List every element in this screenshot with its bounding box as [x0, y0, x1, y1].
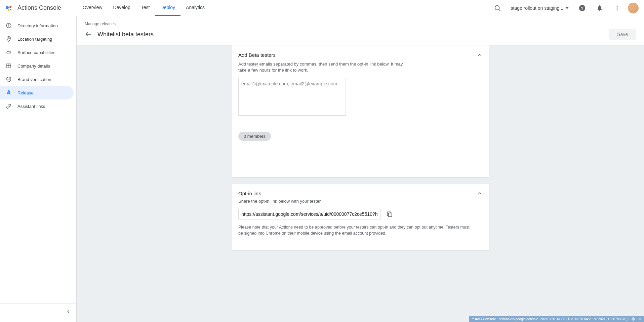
collapse-card-button[interactable]: [477, 191, 482, 196]
svg-point-9: [9, 25, 9, 25]
tab-analytics[interactable]: Analytics: [180, 0, 210, 16]
notifications-icon[interactable]: [593, 1, 606, 15]
topbar-right: stage rollout on staging 1 ?: [491, 1, 639, 15]
sidebar-item-label: Brand verification: [17, 77, 51, 82]
sidebar-item-release[interactable]: Release: [0, 86, 74, 99]
top-navigation: Overview Develop Test Deploy Analytics: [77, 0, 210, 16]
topbar: Actions Console Overview Develop Test De…: [0, 0, 644, 16]
location-icon: [5, 36, 12, 42]
arrow-left-icon: [85, 31, 92, 38]
svg-point-6: [616, 9, 617, 10]
app-logo[interactable]: Actions Console: [5, 4, 61, 12]
project-selector[interactable]: stage rollout on staging 1: [508, 5, 571, 11]
members-chip[interactable]: 0 members: [238, 132, 271, 141]
close-icon[interactable]: [638, 317, 641, 321]
shield-icon: [5, 76, 12, 83]
card-opt-in-link: Opt-in link Share the opt-in link below …: [232, 184, 489, 250]
chevron-up-icon: [477, 191, 482, 196]
svg-point-15: [8, 92, 9, 92]
sidebar-item-label: Release: [17, 90, 34, 95]
breadcrumb: Manage releases: [85, 22, 636, 26]
sidebar-item-label: Company details: [17, 64, 50, 69]
sidebar-item-company-details[interactable]: Company details: [0, 59, 74, 73]
sidebar-item-surface-capabilities[interactable]: Surface capabilities: [0, 46, 74, 59]
help-icon[interactable]: ?: [575, 1, 589, 15]
sidebar-item-label: Assistant links: [17, 104, 45, 109]
svg-rect-17: [389, 213, 392, 216]
svg-point-0: [495, 5, 499, 10]
svg-rect-12: [7, 64, 11, 68]
svg-point-10: [8, 38, 9, 39]
sidebar-item-brand-verification[interactable]: Brand verification: [0, 73, 74, 86]
project-name: stage rollout on staging 1: [511, 5, 563, 11]
more-icon[interactable]: [610, 1, 624, 15]
link-icon: [5, 103, 12, 110]
assistant-icon: [5, 4, 13, 12]
search-icon[interactable]: [491, 1, 504, 15]
opt-in-note: Please note that your Actions need to be…: [238, 224, 474, 237]
card-add-beta-testers: Add Beta testers Add tester emails separ…: [232, 45, 489, 177]
check-icon: [631, 317, 635, 321]
page-title: Whitelist beta testers: [97, 31, 154, 38]
sidebar-item-label: Surface capabilities: [17, 50, 55, 55]
card-title: Opt-in link: [238, 191, 261, 196]
avatar[interactable]: [628, 3, 639, 13]
save-button[interactable]: Save: [609, 29, 636, 40]
info-icon: [5, 22, 12, 29]
copy-icon: [386, 211, 393, 217]
back-button[interactable]: [85, 31, 92, 38]
card-description: Add tester emails separated by commas, t…: [238, 61, 406, 73]
tester-emails-input[interactable]: [238, 78, 346, 116]
sidebar-item-label: Location targeting: [17, 37, 52, 42]
tab-deploy[interactable]: Deploy: [155, 0, 181, 16]
rocket-icon: [5, 89, 12, 96]
chevron-up-icon: [477, 52, 482, 58]
app-title: Actions Console: [17, 4, 61, 11]
tab-overview[interactable]: Overview: [77, 0, 108, 16]
sidebar-collapse: [0, 304, 76, 319]
content-area: Add Beta testers Add tester emails separ…: [77, 45, 644, 322]
card-title: Add Beta testers: [238, 52, 276, 58]
svg-rect-11: [7, 52, 11, 53]
collapse-card-button[interactable]: [477, 52, 482, 58]
surface-icon: [5, 49, 12, 56]
svg-line-1: [499, 9, 500, 11]
tab-test[interactable]: Test: [136, 0, 155, 16]
company-icon: [5, 63, 12, 69]
copy-button[interactable]: [386, 211, 393, 217]
subheader: Manage releases Whitelist beta testers S…: [77, 16, 644, 45]
sidebar-item-directory-information[interactable]: Directory information: [0, 19, 74, 32]
tab-develop[interactable]: Develop: [108, 0, 135, 16]
sidebar-item-label: Directory information: [17, 23, 58, 28]
sidebar-item-location-targeting[interactable]: Location targeting: [0, 32, 74, 46]
build-title: ^ AoG Console: [472, 317, 496, 321]
build-badge[interactable]: ^ AoG Console actions-on-google-console_…: [469, 316, 644, 322]
svg-point-5: [616, 7, 617, 8]
build-string: actions-on-google-console_20210720_RC00 …: [499, 317, 629, 321]
svg-point-4: [616, 5, 617, 6]
sidebar-item-assistant-links[interactable]: Assistant links: [0, 99, 74, 113]
sidebar: Directory information Location targeting…: [0, 16, 77, 322]
collapse-button[interactable]: [61, 307, 76, 317]
chevron-left-icon: [66, 309, 71, 314]
opt-in-link-input[interactable]: [238, 209, 381, 219]
svg-text:?: ?: [581, 5, 583, 10]
dropdown-icon: [565, 7, 569, 9]
card-description: Share the opt-in link below with your te…: [238, 198, 406, 204]
